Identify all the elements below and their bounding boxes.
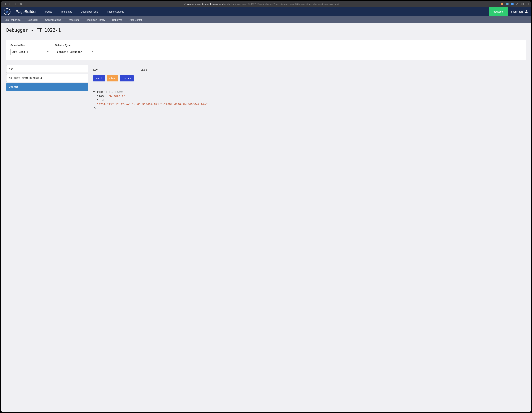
extension-icon-1[interactable] xyxy=(501,3,504,5)
type-select[interactable]: Content Debugger xyxy=(55,49,95,55)
environment-badge[interactable]: Production xyxy=(489,7,508,16)
sidebar-toggle-icon[interactable] xyxy=(3,3,6,5)
extension-icon-3[interactable] xyxy=(511,3,513,5)
sub-nav: Site Properties Debugger Configurations … xyxy=(1,16,531,23)
json-root-key: "root" xyxy=(95,90,105,94)
site-select-label: Select a Site xyxy=(10,44,50,47)
extension-icon-2[interactable] xyxy=(506,3,509,5)
browser-url[interactable]: corecomponents.arcpublishing.com/pagebui… xyxy=(24,3,499,5)
subnav-debugger[interactable]: Debugger xyxy=(28,16,38,23)
subnav-resolvers[interactable]: Resolvers xyxy=(68,16,79,23)
source-item-mx-test[interactable]: mx-test-from-bundle-a xyxy=(6,74,88,82)
user-name[interactable]: Fatih Yildiz xyxy=(508,10,525,13)
share-icon[interactable] xyxy=(516,3,519,5)
subnav-data-center[interactable]: Data Center xyxy=(129,16,142,23)
json-items-meta: 2 items xyxy=(111,90,123,94)
subnav-deployer[interactable]: Deployer xyxy=(112,16,122,23)
url-path: /pagebuilder/experiences/ft-1022-1/tools… xyxy=(223,3,339,5)
reload-icon[interactable] xyxy=(19,3,22,5)
selectors-card: Select a Site Arc Demo 3 Select a Type C… xyxy=(6,40,526,60)
subnav-configurations[interactable]: Configurations xyxy=(45,16,61,23)
nav-pages[interactable]: Pages xyxy=(45,10,52,13)
app-logo[interactable] xyxy=(4,8,10,15)
clear-button[interactable]: Clear xyxy=(107,75,119,81)
subnav-block-icon-library[interactable]: Block Icon Library xyxy=(86,16,105,23)
page-title: Debugger - FT 1022-1 xyxy=(6,28,526,36)
forward-icon xyxy=(14,3,17,5)
kv-key-header: Key xyxy=(93,68,141,71)
source-item-whoami[interactable]: whoami xyxy=(6,83,88,91)
type-select-label: Select a Type xyxy=(55,44,95,47)
nav-developer-tools[interactable]: Developer Tools xyxy=(81,10,98,13)
brand-name[interactable]: PageBuilder xyxy=(16,10,37,14)
source-item-404[interactable]: 404 xyxy=(6,65,88,73)
user-icon[interactable] xyxy=(525,10,528,14)
nav-templates[interactable]: Templates xyxy=(61,10,72,13)
update-button[interactable]: Update xyxy=(120,75,134,81)
fetch-button[interactable]: Fetch xyxy=(93,75,105,81)
json-toggle-icon[interactable] xyxy=(93,91,95,92)
right-panel: Key Value Fetch Clear Update "root":{2 i… xyxy=(93,65,526,111)
json-id-key: "_id" xyxy=(97,98,105,102)
svg-point-7 xyxy=(526,10,527,11)
source-list: 404 mx-test-from-bundle-a whoami xyxy=(6,65,88,111)
top-nav: PageBuilder Pages Templates Developer To… xyxy=(1,7,531,16)
svg-rect-6 xyxy=(527,3,529,5)
nav-theme-settings[interactable]: Theme Settings xyxy=(107,10,124,13)
url-domain: corecomponents.arcpublishing.com xyxy=(187,3,223,5)
browser-window: corecomponents.arcpublishing.com/pagebui… xyxy=(1,1,531,412)
json-id-value: "475fc7f57c12c27cae4c1cd01b913402c891f5b… xyxy=(97,103,208,106)
new-tab-icon[interactable] xyxy=(521,3,524,5)
svg-rect-0 xyxy=(3,3,5,5)
json-iam-key: "iam" xyxy=(97,94,105,98)
json-iam-value: "bundle-A" xyxy=(108,94,125,98)
browser-toolbar: corecomponents.arcpublishing.com/pagebui… xyxy=(1,1,531,7)
site-select[interactable]: Arc Demo 3 xyxy=(10,49,50,55)
tabs-icon[interactable] xyxy=(526,3,529,5)
kv-value-header: Value xyxy=(141,68,147,71)
back-icon[interactable] xyxy=(8,3,11,5)
subnav-site-properties[interactable]: Site Properties xyxy=(5,16,20,23)
json-viewer: "root":{2 items "iam":"bundle-A" "_id": … xyxy=(93,90,526,111)
